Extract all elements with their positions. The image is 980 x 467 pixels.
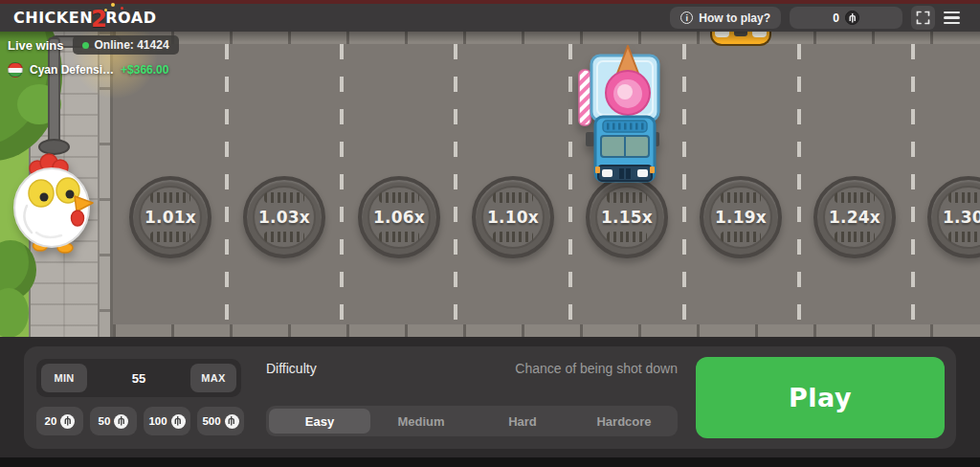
- currency-coin-icon: ψ: [845, 11, 859, 25]
- lane-divider: [340, 44, 344, 324]
- currency-coin-icon: ψ: [60, 414, 75, 429]
- controls-card: MIN 55 MAX 20 ψ 50 ψ 100 ψ 500: [24, 346, 956, 449]
- multiplier-label: 1.19x: [711, 188, 770, 247]
- difficulty-tabs: Easy Medium Hard Hardcore: [266, 406, 678, 436]
- hamburger-menu-button[interactable]: [944, 6, 967, 30]
- bet-amount-box: MIN 55 MAX: [36, 359, 241, 397]
- taxi-car: [710, 32, 771, 46]
- multiplier-label: 1.01x: [141, 188, 200, 247]
- info-icon: i: [680, 11, 693, 24]
- online-indicator-dot: [82, 42, 89, 49]
- live-wins-label: Live wins: [8, 38, 64, 53]
- balance-value: 0: [833, 11, 839, 25]
- bet-value-field[interactable]: 55: [87, 371, 190, 386]
- game-scene: 1.01x 1.03x 1.06x 1.10x 1.15x 1.19x 1.24…: [0, 32, 980, 337]
- how-to-play-label: How to play?: [699, 11, 770, 25]
- manhole-multiplier-1: 1.01x: [129, 176, 212, 258]
- min-bet-button[interactable]: MIN: [41, 364, 87, 392]
- logo-text-left: CHICKEN: [13, 9, 93, 27]
- app-stage: CHICKEN 2 ROAD i How to play? 0 ψ: [0, 0, 980, 467]
- manhole-multiplier-3: 1.06x: [358, 176, 440, 258]
- multiplier-label: 1.10x: [483, 188, 543, 247]
- player-name: Cyan Defensi…: [30, 63, 114, 77]
- tab-easy[interactable]: Easy: [269, 409, 370, 434]
- chance-label: Chance of being shot down: [515, 361, 678, 376]
- currency-coin-icon: ψ: [225, 414, 239, 429]
- manhole-multiplier-6: 1.19x: [700, 176, 782, 258]
- manhole-multiplier-4: 1.10x: [472, 176, 554, 258]
- quick-bet-row: 20 ψ 50 ψ 100 ψ 500 ψ: [36, 407, 244, 435]
- road-bottom-edge: [113, 324, 980, 337]
- balance-display: 0 ψ: [790, 7, 902, 29]
- header-right-cluster: i How to play? 0 ψ: [670, 6, 967, 30]
- header-bar: CHICKEN 2 ROAD i How to play? 0 ψ: [0, 4, 980, 32]
- logo-confetti-dot: [121, 7, 123, 10]
- currency-coin-icon: ψ: [171, 414, 186, 429]
- online-count: Online: 41424: [95, 38, 169, 52]
- multiplier-label: 1.03x: [255, 188, 314, 247]
- taxi-windshield: [734, 32, 747, 36]
- app-logo: CHICKEN 2 ROAD: [13, 5, 156, 32]
- quick-bet-50-button[interactable]: 50 ψ: [90, 407, 137, 435]
- lane-divider: [682, 44, 686, 324]
- difficulty-label: Difficulty: [266, 361, 317, 376]
- bottom-panel: MIN 55 MAX 20 ψ 50 ψ 100 ψ 500: [0, 337, 980, 457]
- fullscreen-button[interactable]: [911, 6, 935, 30]
- taxi-headlight: [715, 32, 729, 37]
- logo-text-right: ROAD: [105, 9, 156, 27]
- how-to-play-button[interactable]: i How to play?: [670, 7, 781, 29]
- manhole-multiplier-8: 1.30x: [927, 176, 980, 258]
- manhole-multiplier-5: 1.15x: [586, 176, 668, 258]
- manhole-multiplier-2: 1.03x: [243, 176, 325, 258]
- lane-divider: [568, 44, 572, 324]
- quick-bet-100-button[interactable]: 100 ψ: [144, 407, 190, 435]
- max-bet-button[interactable]: MAX: [190, 364, 236, 392]
- live-win-entry: Cyan Defensi… +$366.00: [8, 62, 179, 78]
- road-top-edge: [113, 32, 980, 44]
- multiplier-label: 1.15x: [597, 188, 657, 247]
- difficulty-header: Difficulty Chance of being shot down: [266, 361, 678, 376]
- bottom-bar: [0, 457, 980, 467]
- multiplier-label: 1.24x: [825, 188, 884, 247]
- lane-divider: [225, 44, 229, 324]
- player-avatar: [8, 62, 23, 78]
- fullscreen-icon: [916, 11, 930, 25]
- play-button[interactable]: Play: [696, 357, 945, 438]
- lane-divider: [797, 44, 801, 324]
- logo-confetti-dot: [104, 9, 107, 11]
- quick-bet-20-button[interactable]: 20 ψ: [36, 407, 83, 435]
- currency-coin-icon: ψ: [114, 414, 128, 429]
- live-wins-panel: Live wins Online: 41424 Cyan Defensi… +$…: [8, 35, 179, 78]
- chicken-character: [8, 148, 103, 256]
- tab-medium[interactable]: Medium: [370, 409, 472, 434]
- lane-divider: [454, 44, 457, 324]
- tab-hardcore[interactable]: Hardcore: [573, 409, 675, 434]
- logo-confetti-dot: [111, 3, 115, 7]
- lane-divider: [911, 44, 915, 324]
- hamburger-icon: [944, 11, 960, 13]
- taxi-headlight: [752, 32, 767, 37]
- multiplier-label: 1.06x: [369, 188, 429, 247]
- quick-bet-500-button[interactable]: 500 ψ: [197, 407, 244, 435]
- manhole-multiplier-7: 1.24x: [813, 176, 896, 258]
- player-win-amount: +$366.00: [121, 63, 168, 77]
- ice-cream-truck: [574, 43, 670, 187]
- tab-hard[interactable]: Hard: [472, 409, 573, 434]
- multiplier-label: 1.30x: [939, 188, 980, 247]
- online-badge: Online: 41424: [73, 35, 179, 55]
